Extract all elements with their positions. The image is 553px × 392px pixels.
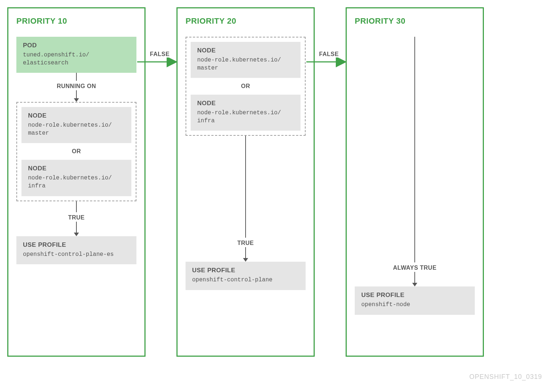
pod-box: POD tuned.openshift.io/ elasticsearch <box>16 37 136 73</box>
running-on-label: RUNNING ON <box>57 83 96 90</box>
node-box-infra: NODE node-role.kubernetes.io/ infra <box>21 160 131 196</box>
profile-heading: USE PROFILE <box>192 267 299 274</box>
node-heading: NODE <box>28 112 125 119</box>
always-true-connector: ALWAYS TRUE <box>355 37 475 286</box>
false-label-1: FALSE <box>148 51 171 58</box>
arrow-down-icon <box>73 90 80 102</box>
node-value: node-role.kubernetes.io/ master <box>28 122 125 137</box>
node-value: node-role.kubernetes.io/ infra <box>197 109 294 125</box>
pod-value: tuned.openshift.io/ elasticsearch <box>23 51 130 67</box>
profile-box: USE PROFILE openshift-node <box>355 286 475 315</box>
priority-flow-diagram: PRIORITY 10 POD tuned.openshift.io/ elas… <box>7 7 546 379</box>
arrow-down-icon <box>411 272 418 286</box>
node-group: NODE node-role.kubernetes.io/ master OR … <box>186 37 306 136</box>
priority-10-column: PRIORITY 10 POD tuned.openshift.io/ elas… <box>7 7 146 357</box>
node-box-master: NODE node-role.kubernetes.io/ master <box>191 42 301 78</box>
pod-heading: POD <box>23 42 130 49</box>
node-heading: NODE <box>197 100 294 107</box>
svg-marker-5 <box>74 233 79 236</box>
node-value: node-role.kubernetes.io/ master <box>197 56 294 72</box>
true-label: TRUE <box>68 214 85 221</box>
node-heading: NODE <box>28 165 125 172</box>
always-true-label: ALWAYS TRUE <box>393 265 437 271</box>
true-connector: TRUE <box>16 201 136 236</box>
svg-marker-8 <box>243 258 248 262</box>
column-title: PRIORITY 10 <box>16 16 136 26</box>
profile-box: USE PROFILE openshift-control-plane <box>186 262 306 290</box>
svg-marker-2 <box>74 98 79 102</box>
diagram-id: OPENSHIFT_10_0319 <box>469 373 542 381</box>
node-box-master: NODE node-role.kubernetes.io/ master <box>21 107 131 143</box>
column-title: PRIORITY 30 <box>355 16 475 26</box>
arrow-down-icon <box>242 247 249 262</box>
profile-box: USE PROFILE openshift-control-plane-es <box>16 236 136 265</box>
node-heading: NODE <box>197 47 294 54</box>
profile-value: openshift-control-plane <box>192 276 299 284</box>
false-label-2: FALSE <box>318 51 340 58</box>
or-label: OR <box>191 78 301 95</box>
profile-value: openshift-control-plane-es <box>23 251 130 259</box>
true-label: TRUE <box>237 240 254 246</box>
node-value: node-role.kubernetes.io/ infra <box>28 174 125 190</box>
profile-heading: USE PROFILE <box>23 241 130 249</box>
svg-marker-11 <box>412 283 417 286</box>
priority-20-column: PRIORITY 20 NODE node-role.kubernetes.io… <box>176 7 315 357</box>
profile-value: openshift-node <box>361 301 468 309</box>
node-box-infra: NODE node-role.kubernetes.io/ infra <box>191 95 301 131</box>
node-group: NODE node-role.kubernetes.io/ master OR … <box>16 102 136 201</box>
arrow-down-icon <box>73 222 80 236</box>
column-title: PRIORITY 20 <box>186 16 306 26</box>
true-connector: TRUE <box>186 136 306 262</box>
profile-heading: USE PROFILE <box>361 292 468 299</box>
priority-30-column: PRIORITY 30 ALWAYS TRUE USE PROFILE open… <box>346 7 484 357</box>
running-on-connector: RUNNING ON <box>16 73 136 102</box>
or-label: OR <box>21 143 131 160</box>
